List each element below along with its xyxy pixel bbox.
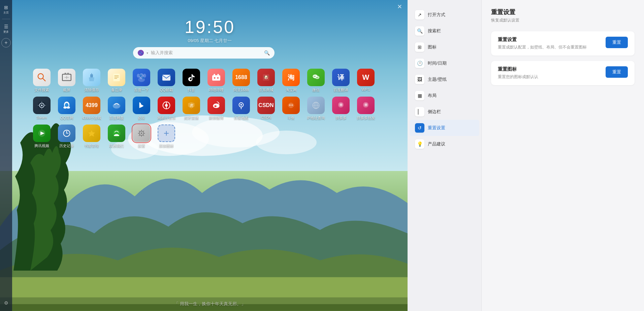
svg-point-31: [217, 77, 219, 79]
app-item-bilibili[interactable]: 哔哩哔哩: [204, 67, 228, 94]
svg-text:虎: 虎: [190, 103, 193, 107]
reset-icon-card-title: 重置图标: [498, 66, 600, 72]
svg-text:❄: ❄: [364, 102, 368, 107]
svg-line-9: [42, 78, 45, 81]
settings-nav-item-layout[interactable]: ▦布局: [410, 88, 479, 104]
app-item-taobao[interactable]: 淘淘宝网: [279, 67, 303, 94]
app-label-lianxi: 联系我们: [109, 143, 124, 148]
app-item-qq[interactable]: QQ官网: [55, 95, 78, 122]
layout-nav-icon: ▦: [415, 91, 424, 100]
app-item-pinduoduo[interactable]: ❄拼多多: [329, 95, 353, 122]
settings-nav-item-reset-settings[interactable]: ↺重置设置: [410, 120, 479, 136]
app-label-tiktok: 抖音: [188, 88, 195, 93]
app-label-pinduoduo2: 拼多多批发: [357, 115, 375, 120]
reset-icon-button[interactable]: 重置: [606, 66, 628, 78]
app-icon-csdn: CSDN: [257, 97, 275, 114]
app-icon-baidu-map: [232, 97, 250, 114]
datetime-nav-label: 时间/日期: [428, 60, 447, 66]
app-item-tencent-video[interactable]: 腾讯视频: [30, 123, 54, 150]
app-item-baidu-map[interactable]: 百度地图: [229, 95, 253, 122]
app-item-tiktok[interactable]: 抖音: [180, 67, 203, 94]
app-item-ip-query[interactable]: IP地址查询: [304, 95, 328, 122]
settings-nav-item-theme[interactable]: 🖼主题/壁纸: [410, 71, 479, 88]
clock-date: 09/05 星期二 七月廿一: [12, 38, 408, 44]
app-item-lianxi[interactable]: 联系我们: [105, 123, 128, 150]
search-submit-icon[interactable]: 🔍: [264, 50, 270, 56]
app-icon-alibaba: 1688: [232, 69, 250, 86]
app-item-weibo[interactable]: 新浪微博: [204, 95, 228, 122]
reset-icon-text: 重置图标 重置您的图标成默认认: [498, 66, 600, 80]
app-item-wechat[interactable]: 微信: [304, 67, 328, 94]
settings-nav-item-product-feedback[interactable]: 💡产品建议: [410, 136, 479, 152]
app-label-file-search: 文件搜索: [34, 88, 49, 93]
app-item-bookmark[interactable]: 书签管理: [80, 123, 103, 150]
sidebar-item-home[interactable]: ⊞ 主页: [1, 3, 11, 16]
app-label-settings-app: 设置: [138, 143, 145, 148]
settings-nav-item-datetime[interactable]: 🕐时间/日期: [410, 55, 479, 71]
bottom-slogan: 「 用我一生，换你十年天真无邪。」: [12, 301, 408, 307]
app-item-settings-app[interactable]: 设置: [130, 123, 153, 150]
app-icon-4399: 4399: [83, 97, 100, 114]
app-item-jd[interactable]: 🐶京东商城: [254, 67, 278, 94]
search-input-wrap[interactable]: 🐾 ▾ 输入并搜索 🔍: [133, 47, 275, 59]
search-engine-icon: 🐾: [138, 50, 144, 56]
settings-nav-item-open-mode[interactable]: ↗打开方式: [410, 7, 479, 23]
app-item-pinduoduo2[interactable]: ❄拼多多批发: [354, 95, 378, 122]
app-icon-pinduoduo2: ❄: [357, 97, 375, 114]
settings-content: 重置设置 恢复成默认设置 重置设置 重置成默认配置，如壁纸、布局、但不会重置图标…: [482, 0, 644, 311]
sidebar-item-more[interactable]: ☰ 更多: [1, 22, 11, 35]
settings-panel: ↗打开方式🔍搜索栏⊞图标🕐时间/日期🖼主题/壁纸▦布局▏侧边栏↺重置设置💡产品建…: [408, 0, 644, 311]
app-item-wps[interactable]: WWPS: [354, 67, 378, 94]
settings-nav-item-search-bar[interactable]: 🔍搜索栏: [410, 23, 479, 39]
app-item-history[interactable]: 历史记录: [55, 123, 78, 150]
sidebar-more-label: 更多: [3, 30, 9, 34]
app-item-baidu-disk[interactable]: 百度网盘: [105, 95, 128, 122]
layout-nav-label: 布局: [428, 93, 437, 99]
app-icon-steam: [33, 97, 51, 114]
app-item-notepad[interactable]: 备忘录: [105, 67, 128, 94]
sidebar-divider: [2, 19, 10, 19]
svg-point-49: [165, 104, 168, 107]
app-item-huya[interactable]: 虎虎牙直播: [180, 95, 203, 122]
settings-nav-item-icon[interactable]: ⊞图标: [410, 39, 479, 55]
app-item-4399[interactable]: 43994399小游戏: [80, 95, 103, 122]
svg-point-53: [214, 105, 216, 107]
reset-settings-nav-label: 重置设置: [428, 125, 445, 131]
close-button[interactable]: ✕: [395, 3, 404, 11]
settings-nav-item-sidebar[interactable]: ▏侧边栏: [410, 104, 479, 120]
app-item-qq-mail[interactable]: QQ邮箱: [155, 67, 178, 94]
app-item-screenshot[interactable]: 截屏: [55, 67, 78, 94]
svg-text:🐶: 🐶: [263, 75, 269, 80]
app-item-clean[interactable]: 清除缓存: [80, 67, 103, 94]
sidebar-settings-button[interactable]: ⚙: [1, 298, 11, 308]
app-icon-qq: [58, 97, 75, 114]
icon-nav-icon: ⊞: [415, 42, 424, 52]
app-item-csdn[interactable]: CSDNCSDN: [254, 95, 278, 122]
search-bar-nav-label: 搜索栏: [428, 28, 441, 34]
app-icon-settings-app: [133, 125, 150, 142]
app-item-bing[interactable]: 必应: [130, 95, 153, 122]
svg-point-57: [289, 105, 290, 106]
app-item-steam[interactable]: Steam: [30, 95, 54, 122]
app-icon-notepad: [108, 69, 125, 86]
app-item-baidu-translate[interactable]: 译百度翻译: [329, 67, 353, 94]
app-icon-wechat: [307, 69, 325, 86]
app-item-netease[interactable]: 网易云音乐: [155, 95, 178, 122]
app-item-file-search[interactable]: 文件搜索: [30, 67, 54, 94]
product-feedback-nav-icon: 💡: [415, 139, 424, 149]
app-item-baidu[interactable]: 🐾百度一下: [130, 67, 153, 94]
app-icon-jd: 🐶: [257, 69, 275, 86]
app-label-ip-query: IP地址查询: [307, 115, 325, 120]
app-item-alibaba[interactable]: 1688阿里1688: [229, 67, 253, 94]
app-item-douyu[interactable]: 斗鱼: [279, 95, 303, 122]
app-label-csdn: CSDN: [261, 115, 271, 119]
app-icon-baidu-translate: 译: [332, 69, 350, 86]
app-item-add-app[interactable]: +添加图标: [155, 123, 178, 150]
app-label-baidu: 百度一下: [134, 88, 149, 93]
search-bar-nav-icon: 🔍: [415, 26, 424, 36]
app-label-baidu-map: 百度地图: [234, 115, 249, 120]
app-label-bing: 必应: [138, 115, 145, 120]
sidebar-add-button[interactable]: +: [1, 38, 11, 47]
reset-settings-button[interactable]: 重置: [606, 37, 628, 48]
app-icon-wps: W: [357, 69, 375, 86]
